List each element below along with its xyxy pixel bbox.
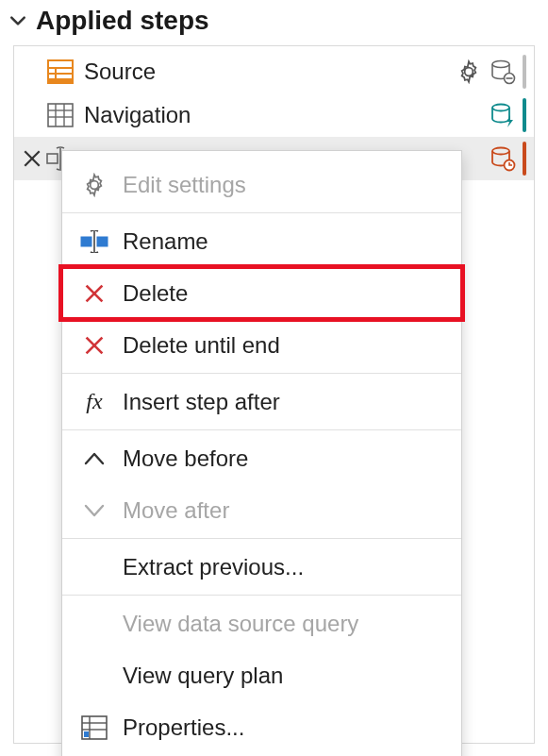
menu-item-delete-until-end[interactable]: Delete until end: [62, 319, 461, 371]
menu-item-rename[interactable]: Rename: [62, 215, 461, 267]
menu-item-label: Delete: [123, 280, 188, 307]
chevron-up-icon: [77, 445, 111, 473]
svg-rect-9: [48, 104, 73, 126]
fx-icon: fx: [77, 388, 111, 416]
rename-icon: [77, 227, 111, 256]
step-row-navigation[interactable]: Navigation: [14, 93, 534, 137]
menu-item-view-query-plan[interactable]: View query plan: [62, 649, 461, 701]
menu-item-label: Extract previous...: [123, 554, 304, 580]
svg-rect-33: [84, 731, 89, 737]
database-lightning-icon: [489, 101, 517, 129]
no-icon: [77, 662, 111, 690]
status-bar: [523, 55, 526, 89]
properties-icon: [77, 714, 111, 742]
menu-separator: [62, 212, 461, 213]
menu-item-label: Insert step after: [123, 389, 280, 415]
svg-point-20: [492, 148, 509, 155]
svg-point-6: [492, 61, 509, 68]
svg-rect-4: [49, 75, 55, 78]
gear-icon[interactable]: [455, 58, 483, 86]
menu-item-label: Move before: [123, 445, 248, 472]
tutorial-highlight: [58, 264, 465, 322]
menu-item-move-after: Move after: [62, 484, 461, 536]
svg-rect-24: [97, 237, 108, 246]
menu-item-properties[interactable]: Properties...: [62, 701, 461, 753]
status-bar: [523, 98, 526, 132]
menu-item-edit-settings: Edit settings: [62, 159, 461, 210]
step-row-source[interactable]: Source: [14, 50, 534, 93]
delete-x-icon: [77, 279, 111, 308]
menu-item-label: View query plan: [123, 663, 283, 689]
database-cancel-icon: [489, 58, 517, 86]
menu-separator: [62, 373, 461, 374]
menu-separator: [62, 538, 461, 539]
svg-rect-5: [57, 75, 72, 78]
delete-x-icon: [77, 331, 111, 360]
section-title: Applied steps: [36, 6, 209, 36]
source-table-icon: [46, 58, 75, 86]
no-icon: [77, 610, 111, 638]
menu-item-insert-step-after[interactable]: fx Insert step after: [62, 376, 461, 428]
menu-separator: [62, 595, 461, 596]
svg-rect-3: [57, 69, 72, 73]
delete-step-x-icon[interactable]: [16, 137, 48, 180]
menu-item-label: Edit settings: [123, 172, 246, 198]
context-menu: Edit settings Rename De: [61, 150, 462, 756]
steps-panel: Source: [13, 45, 535, 744]
chevron-down-icon: [9, 12, 26, 29]
database-clock-icon: [489, 144, 517, 173]
svg-rect-23: [81, 237, 91, 246]
chevron-down-icon: [77, 496, 111, 525]
menu-item-label: Delete until end: [123, 332, 280, 359]
menu-item-move-before[interactable]: Move before: [62, 432, 461, 484]
gear-icon: [77, 171, 111, 199]
menu-item-label: Rename: [123, 228, 208, 255]
menu-item-extract-previous[interactable]: Extract previous...: [62, 541, 461, 593]
step-label: Navigation: [84, 102, 489, 128]
svg-point-14: [492, 105, 509, 111]
menu-item-label: View data source query: [123, 611, 358, 637]
svg-rect-1: [49, 61, 72, 67]
step-label: Source: [84, 59, 455, 85]
menu-item-view-data-source-query: View data source query: [62, 597, 461, 649]
menu-item-label: Move after: [123, 497, 229, 524]
status-bar: [523, 142, 526, 176]
menu-item-label: Properties...: [123, 714, 244, 741]
svg-rect-18: [47, 154, 58, 163]
menu-separator: [62, 429, 461, 430]
applied-steps-header[interactable]: Applied steps: [0, 0, 548, 45]
navigation-table-icon: [46, 101, 75, 129]
menu-item-delete[interactable]: Delete: [62, 267, 461, 319]
svg-rect-2: [49, 69, 55, 73]
no-icon: [77, 553, 111, 581]
